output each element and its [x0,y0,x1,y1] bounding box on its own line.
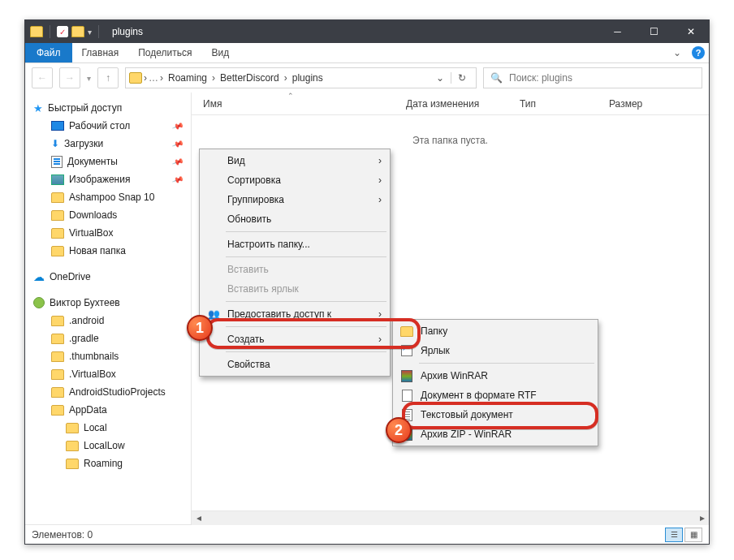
menu-view[interactable]: Вид› [201,151,388,170]
submenu-shortcut[interactable]: Ярлык [395,341,596,360]
column-size[interactable]: Размер [598,98,642,110]
sidebar-item[interactable]: AndroidStudioProjects [25,383,191,401]
new-folder-qat-icon[interactable] [71,26,84,37]
sidebar-pictures[interactable]: Изображения📌 [25,170,191,188]
sidebar-appdata[interactable]: AppData [25,401,191,419]
separator [98,25,99,38]
folder-icon [51,387,64,398]
sidebar-item[interactable]: .thumbnails [25,347,191,365]
sidebar-item[interactable]: LocalLow [25,437,191,454]
menu-customize[interactable]: Настроить папку... [201,235,388,254]
quick-access-toolbar: ✓ ▾ [25,25,107,38]
search-icon: 🔍 [490,72,503,84]
menu-sort[interactable]: Сортировка› [201,170,388,190]
pictures-icon [51,174,64,185]
help-button[interactable]: ? [688,43,709,62]
submenu-text[interactable]: Текстовый документ [395,405,596,424]
submenu-rtf[interactable]: Документ в формате RTF [395,386,596,405]
tab-view[interactable]: Вид [201,43,239,62]
menu-refresh[interactable]: Обновить [201,209,388,229]
context-menu: Вид› Сортировка› Группировка› Обновить Н… [199,149,391,377]
sidebar-downloads[interactable]: ⬇Загрузки📌 [25,135,191,153]
forward-button[interactable]: → [59,67,80,88]
winrar-icon [399,369,414,382]
sidebar-quick-access[interactable]: ★Быстрый доступ [25,99,191,117]
user-icon [33,297,45,308]
up-button[interactable]: ↑ [97,67,119,88]
folder-icon [66,459,79,469]
sidebar-desktop[interactable]: Рабочий стол📌 [25,117,191,135]
close-button[interactable]: ✕ [672,20,709,43]
minimize-button[interactable]: ─ [599,20,636,43]
horizontal-scrollbar[interactable]: ◂ ▸ [192,510,709,524]
qat-dropdown-icon[interactable]: ▾ [88,28,92,37]
sidebar-item[interactable]: Roaming [25,454,191,472]
menu-separator [226,256,386,257]
breadcrumb-betterdiscord[interactable]: BetterDiscord [217,72,283,84]
empty-folder-text: Эта папка пуста. [192,115,709,146]
status-element-count: Элементов: 0 [32,529,93,541]
column-headers: ⌃ Имя Дата изменения Тип Размер [192,93,709,115]
submenu-winrar[interactable]: Архив WinRAR [395,366,596,386]
sidebar-item[interactable]: Новая папка [25,242,191,260]
sidebar-onedrive[interactable]: ☁OneDrive [25,268,191,286]
ribbon: Файл Главная Поделиться Вид ⌄ ? [25,43,709,63]
sidebar-item[interactable]: Ashampoo Snap 10 [25,188,191,206]
sidebar-item[interactable]: .android [25,312,191,330]
properties-qat-icon[interactable]: ✓ [57,26,68,37]
view-buttons: ☰ ▦ [665,528,702,542]
folder-icon [51,246,64,256]
menu-group[interactable]: Группировка› [201,190,388,209]
back-button[interactable]: ← [32,67,53,88]
tab-home[interactable]: Главная [72,43,129,62]
pin-icon: 📌 [171,137,184,149]
pin-icon: 📌 [171,173,184,185]
window-controls: ─ ☐ ✕ [599,20,709,43]
file-tab[interactable]: Файл [25,43,72,62]
scroll-right-icon[interactable]: ▸ [695,511,709,525]
column-date[interactable]: Дата изменения [395,98,508,110]
share-icon: 👥 [206,308,221,321]
menu-separator [419,363,594,364]
details-view-button[interactable]: ☰ [665,528,683,542]
menu-separator [226,351,386,352]
breadcrumb-plugins[interactable]: plugins [289,72,326,84]
menu-paste-shortcut: Вставить ярлык [201,279,388,299]
sidebar-item[interactable]: .gradle [25,330,191,347]
submenu-folder[interactable]: Папку [395,321,596,341]
address-bar[interactable]: › … › Roaming › BetterDiscord › plugins … [125,67,477,88]
recent-dropdown-icon[interactable]: ▾ [87,74,91,83]
folder-icon [51,192,64,203]
icons-view-button[interactable]: ▦ [684,528,702,542]
folder-icon [66,423,79,433]
titlebar: ✓ ▾ plugins ─ ☐ ✕ [25,20,709,43]
sidebar-item[interactable]: Downloads [25,206,191,224]
column-type[interactable]: Тип [508,98,598,110]
menu-share-access[interactable]: 👥Предоставить доступ к› [201,304,388,324]
menu-properties[interactable]: Свойства [201,355,388,374]
separator [50,25,50,38]
ribbon-expand-icon[interactable]: ⌄ [667,43,688,62]
folder-icon [51,351,64,362]
sidebar-item[interactable]: .VirtualBox [25,365,191,383]
desktop-icon [51,121,64,131]
sidebar-documents[interactable]: Документы📌 [25,153,191,170]
scroll-left-icon[interactable]: ◂ [192,511,205,525]
folder-icon [129,72,142,84]
maximize-button[interactable]: ☐ [636,20,672,43]
menu-create[interactable]: Создать› [201,330,388,349]
address-dropdown-icon[interactable]: ⌄ [431,72,449,84]
shortcut-icon [399,344,414,357]
sidebar-item[interactable]: Local [25,419,191,437]
sidebar-user[interactable]: Виктор Бухтеев [25,294,191,312]
refresh-button[interactable]: ↻ [451,72,473,84]
tab-share[interactable]: Поделиться [128,43,201,62]
create-submenu: Папку Ярлык Архив WinRAR Документ в форм… [392,319,598,446]
breadcrumb-roaming[interactable]: Roaming [165,72,210,84]
pin-icon: 📌 [171,119,184,131]
sidebar-item[interactable]: VirtualBox [25,224,191,242]
folder-icon [51,334,64,344]
search-placeholder: Поиск: plugins [509,72,572,84]
search-input[interactable]: 🔍 Поиск: plugins [483,67,702,88]
submenu-zip[interactable]: Архив ZIP - WinRAR [395,424,596,444]
